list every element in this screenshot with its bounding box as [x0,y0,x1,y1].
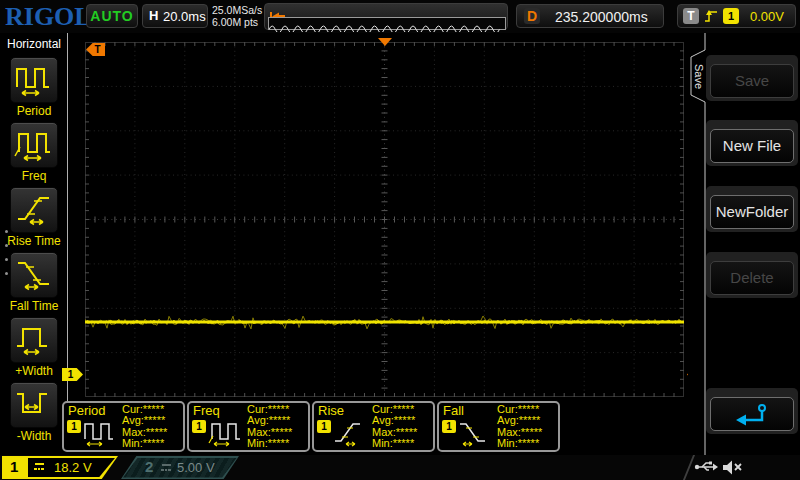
rise-measure-icon [332,418,370,452]
rise-time-icon [10,187,58,233]
channel-badge: 1 [442,420,456,433]
measurement-name: Period [68,403,106,418]
dc-coupling-icon [34,462,46,472]
menu-item-period[interactable]: Period [0,57,68,119]
run-status-badge[interactable]: AUTO [86,4,138,28]
measurement-stats: Cur:*****Avg:***** Max:*****Min:***** [122,404,167,449]
dc-coupling-icon [161,463,173,473]
rigol-logo: RIGOL [5,2,92,32]
right-menu: Save Save New File NewFolder Delete [688,33,800,455]
oscilloscope-screen: RIGOL AUTO H 20.0ms 25.0MSa/s 6.00M pts … [0,0,800,480]
measurement-stats: Cur:*****Avg:***** Max:*****Min:***** [372,404,417,449]
measurement-name: Fall [443,403,464,418]
trigger-level-value: 0.00V [750,9,784,24]
left-menu-title: Horizontal [0,37,68,51]
measurement-panel-freq[interactable]: Freq 1 Cur:*****Avg:***** Max:*****Min:*… [187,401,310,452]
delay-label: D [524,8,540,24]
softkey-new-file: New File [706,120,798,166]
channel1-number: 1 [10,458,18,475]
sample-rate: 25.0MSa/s [212,4,262,16]
bottom-status-bar: 1 18.2 V 2 5.00 V [0,455,800,480]
fall-time-icon [10,252,58,298]
left-menu-divider [67,33,68,401]
channel2-label[interactable]: 2 5.00 V [121,456,239,479]
measurement-stats: Cur:*****Avg:***** Max:*****Min:***** [247,404,292,449]
back-button[interactable] [710,397,794,431]
memory-depth: 6.00M pts [212,16,262,28]
menu-item-freq[interactable]: Freq [0,122,68,184]
menu-item-label: Rise Time [0,234,68,248]
graticule [85,42,684,397]
measurement-stats: Cur:*****Avg:***** Max:*****Min:***** [497,404,542,449]
menu-item-label: -Width [0,429,68,443]
preview-wave [269,21,503,32]
channel2-scale: 5.00 V [177,460,215,475]
menu-item-rise-time[interactable]: Rise Time [0,187,68,249]
measurement-panel-period[interactable]: Period 1 Cur:*****Avg:***** Max:*****Min… [62,401,185,452]
softkey-delete: Delete [706,252,798,298]
speaker-muted-icon [722,459,744,476]
delete-button[interactable]: Delete [710,261,794,295]
measurement-panel-fall[interactable]: Fall 1 Cur:*****Avg:***** Max:*****Min:*… [437,401,560,452]
channel-badge: 1 [317,420,331,433]
freq-measure-icon [207,418,245,452]
horizontal-label: H [149,8,158,23]
freq-icon [10,122,58,168]
new-folder-button[interactable]: NewFolder [710,195,794,229]
plus-width-icon [10,317,58,363]
left-menu: Horizontal Period Freq [0,33,68,455]
channel1-scale: 18.2 V [54,460,92,475]
measurement-name: Freq [193,403,220,418]
new-file-button[interactable]: New File [710,129,794,163]
preview-window [268,17,506,30]
menu-item-label: Fall Time [0,299,68,313]
channel2-number: 2 [145,458,153,475]
menu-item-minus-width[interactable]: -Width [0,382,68,444]
measurement-name: Rise [318,403,344,418]
channel1-label[interactable]: 1 18.2 V [2,456,118,479]
rising-edge-icon [703,7,719,25]
menu-item-fall-time[interactable]: Fall Time [0,252,68,314]
top-status-bar: RIGOL AUTO H 20.0ms 25.0MSa/s 6.00M pts … [0,0,800,33]
menu-item-label: Freq [0,169,68,183]
trigger-time-marker [378,38,392,46]
fall-measure-icon [457,418,495,452]
channel-badge: 1 [192,420,206,433]
period-icon [10,57,58,103]
softkey-save: Save [706,55,798,101]
softkey-back [706,388,798,434]
return-arrow-icon [732,401,772,427]
trigger-source-badge: 1 [723,8,739,24]
softkey-new-folder: NewFolder [706,186,798,232]
trigger-label: T [683,8,699,24]
menu-item-label: Period [0,104,68,118]
channel1-ground-marker: 1 [62,368,83,381]
delay-box[interactable]: D 235.200000ms [516,4,664,28]
minus-width-icon [10,382,58,428]
menu-item-label: +Width [0,364,68,378]
usb-icon [694,459,718,474]
save-button[interactable]: Save [710,64,794,98]
acquisition-info: 25.0MSa/s 6.00M pts [212,4,262,28]
channel1-trace [85,42,684,397]
menu-item-plus-width[interactable]: +Width [0,317,68,379]
horizontal-scale-value: 20.0ms [163,9,206,24]
measurement-panel-rise[interactable]: Rise 1 Cur:*****Avg:***** Max:*****Min:*… [312,401,435,452]
scroll-indicator-dots [5,230,8,286]
channel-badge: 1 [67,420,81,433]
horizontal-scale-box[interactable]: H 20.0ms [142,4,208,28]
trigger-box[interactable]: T 1 0.00V [677,4,796,28]
waveform-preview[interactable] [264,3,508,30]
menu-tab-save: Save [691,58,705,96]
period-measure-icon [82,418,120,452]
delay-value: 235.200000ms [555,9,648,25]
